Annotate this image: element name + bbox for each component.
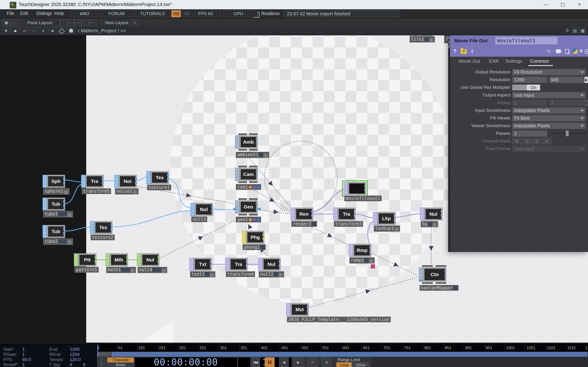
output-connector[interactable] — [256, 203, 258, 205]
menu-help[interactable]: Help — [54, 11, 64, 16]
pane-layout-option-icon[interactable] — [67, 19, 74, 26]
output-connector[interactable] — [210, 265, 212, 267]
node-text1[interactable]: Txttext1+ — [189, 258, 212, 271]
stat-value[interactable]: 4 — [83, 362, 85, 367]
menu-edit[interactable]: Edit — [20, 11, 28, 16]
pause-button[interactable] — [265, 358, 275, 367]
node-label[interactable]: math1+ — [106, 267, 136, 273]
node-label[interactable]: lookup1+ — [374, 225, 400, 232]
node-label[interactable]: noise1+ — [115, 188, 139, 194]
search-network-icon[interactable] — [58, 27, 66, 35]
output-connector[interactable] — [95, 260, 97, 262]
param-field[interactable]: 1 — [512, 100, 547, 106]
node-label[interactable]: geo1 — [236, 217, 261, 222]
menu-button-wiki[interactable]: WIKI — [71, 10, 98, 17]
node-phong1[interactable]: Phgphong1 — [242, 231, 264, 244]
output-connector[interactable] — [256, 142, 258, 145]
node-label[interactable]: kantanMapper — [420, 285, 459, 291]
param-dropdown[interactable]: Fit Best — [512, 115, 586, 121]
integer-mode-button[interactable]: I — [98, 362, 106, 367]
range-fill[interactable] — [112, 352, 588, 357]
node-transform3[interactable]: Tratransform3 — [333, 208, 356, 221]
output-connector[interactable] — [246, 260, 248, 263]
input-connector-strip[interactable] — [343, 182, 348, 195]
node-texture2[interactable]: Textexture2 — [90, 221, 113, 234]
tab-common[interactable]: Common — [530, 58, 549, 64]
output-connector[interactable] — [364, 185, 366, 187]
forward-arrow-icon[interactable]: ⇨ — [30, 27, 38, 35]
node-null2[interactable]: Nulnull2+ — [258, 258, 281, 271]
input-connector-strip[interactable] — [235, 168, 239, 181]
output-connector[interactable] — [95, 256, 97, 258]
output-connector[interactable] — [394, 215, 396, 217]
node-tube2[interactable]: Tubtube2+ — [42, 225, 65, 238]
node-label[interactable]: sphere1+ — [43, 188, 69, 194]
expand-arrow-icon[interactable]: ▶ — [584, 77, 588, 83]
pane-layout-option-icon[interactable] — [53, 19, 60, 26]
timeline-range-bar[interactable]: ⋯ — [97, 352, 588, 357]
node-bg[interactable]: Nulbg+ — [420, 208, 442, 221]
output-connector[interactable] — [369, 247, 371, 249]
menu-button-tutorials[interactable]: TUTORIALS — [135, 10, 170, 17]
output-connector[interactable] — [157, 260, 160, 262]
param-field[interactable]: 1280 — [512, 77, 547, 83]
output-connector[interactable] — [256, 171, 258, 173]
node-label[interactable]: ramp1+ — [349, 257, 375, 264]
output-connector[interactable] — [444, 270, 447, 272]
toggle-on[interactable]: On — [527, 85, 540, 90]
node-label[interactable]: null3 — [191, 216, 207, 222]
bookmark-star-icon[interactable]: ★ — [48, 27, 57, 35]
node-transform4[interactable]: Tratransform4 — [225, 258, 248, 271]
zoom-in-button[interactable]: + — [322, 358, 332, 367]
node-label[interactable]: transform3 — [334, 221, 363, 227]
param-dropdown[interactable]: Interpolate Pixels — [512, 123, 586, 129]
output-connector[interactable] — [211, 206, 213, 208]
param-field[interactable]: 945 — [549, 77, 584, 83]
node-label[interactable]: pattern1 — [74, 267, 99, 273]
input-connector-strip[interactable] — [81, 175, 85, 188]
output-connector[interactable] — [111, 228, 113, 230]
playhead[interactable] — [97, 344, 98, 357]
realtime-toggle[interactable]: ×Realtime — [254, 11, 280, 17]
input-connector-strip[interactable] — [235, 135, 239, 149]
output-connector[interactable] — [135, 182, 137, 184]
node-null3[interactable]: Nulnull3 — [190, 203, 213, 216]
pane-layout-option-icon[interactable] — [82, 19, 89, 26]
node-render2[interactable]: Renrender2 — [291, 208, 313, 221]
pink-flag-icon[interactable] — [371, 264, 375, 268]
output-connector[interactable] — [311, 215, 313, 217]
stat-value[interactable]: 120.0 — [70, 357, 81, 362]
pane-type-dropdown-icon[interactable]: ▼ — [2, 27, 10, 35]
sop-input-connector[interactable] — [234, 208, 236, 210]
node-label[interactable]: phong1 — [243, 244, 266, 250]
output-connector[interactable] — [111, 224, 113, 226]
panel-grip[interactable] — [448, 35, 450, 252]
comment-icon[interactable] — [556, 49, 561, 53]
pane-anchor-icon[interactable]: ↑ — [11, 19, 19, 26]
stat-value[interactable]: 1 — [22, 352, 25, 357]
param-field[interactable]: 1 — [512, 130, 547, 137]
loop-button[interactable]: Loop — [336, 362, 352, 367]
edit-pencil-icon[interactable]: ✎ — [547, 48, 551, 55]
close-button[interactable]: × — [574, 0, 585, 8]
node-label[interactable]: null2+ — [259, 271, 284, 277]
node-label[interactable]: null4+ — [138, 267, 167, 273]
beats-mode-button[interactable]: Beats — [107, 362, 134, 367]
pane-maximize-icon[interactable]: ▣ — [2, 19, 10, 26]
output-connector[interactable] — [63, 232, 65, 234]
frame-mode-button[interactable]: / — [98, 358, 106, 362]
maximize-button[interactable]: ▢ — [557, 0, 568, 8]
node-moviefileout1[interactable]: moviefileout1 — [343, 182, 366, 195]
mask-button-g[interactable]: G — [522, 138, 531, 144]
fps-indicator[interactable]: FPS 60 — [195, 10, 217, 17]
node-lookup1[interactable]: Lkplookup1+ — [373, 212, 396, 225]
output-connector[interactable] — [307, 306, 309, 308]
node-null4[interactable]: Nulnull4+ — [137, 253, 159, 266]
info-icon[interactable]: i — [471, 48, 473, 54]
node-label[interactable]: transform5 — [82, 188, 111, 194]
sop-output-connector[interactable] — [258, 208, 261, 210]
node-label[interactable]: texture1 — [147, 184, 171, 190]
timecode-mode-button[interactable]: Timecode — [107, 358, 134, 362]
input-connector-strip[interactable] — [42, 175, 47, 188]
node-label[interactable]: text1+ — [190, 271, 215, 277]
